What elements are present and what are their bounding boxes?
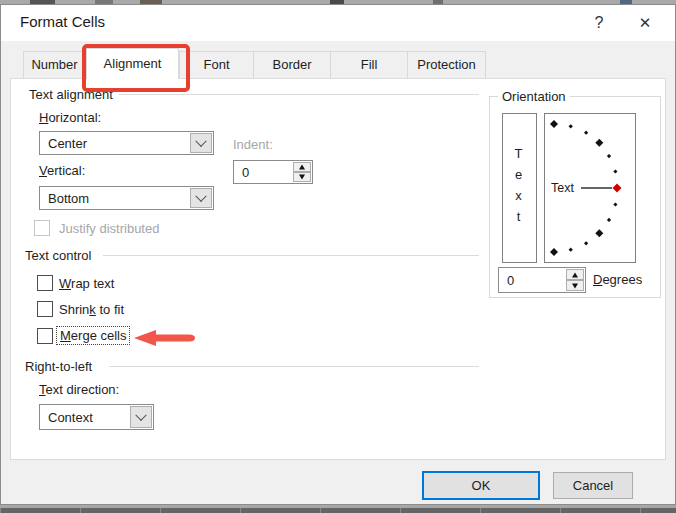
indent-value: 0	[242, 165, 249, 180]
degrees-stepper[interactable]: 0	[498, 267, 586, 293]
dropdown-button[interactable]	[130, 406, 152, 428]
tab-alignment[interactable]: Alignment	[86, 48, 179, 79]
vertical-alignment-select[interactable]: Bottom	[39, 186, 214, 210]
arrow-down-icon	[572, 283, 578, 288]
tab-border[interactable]: Border	[253, 51, 331, 78]
titlebar[interactable]: Format Cells ? ✕	[1, 5, 675, 41]
vertical-label: Vertical:	[39, 163, 85, 178]
merge-cells-checkbox[interactable]	[37, 328, 53, 344]
shrink-to-fit-checkbox[interactable]	[37, 301, 53, 317]
close-icon[interactable]: ✕	[633, 12, 657, 34]
group-label-text-control: Text control	[25, 248, 91, 263]
horizontal-alignment-select[interactable]: Center	[39, 131, 214, 155]
group-divider	[103, 255, 479, 256]
cancel-button[interactable]: Cancel	[553, 472, 633, 499]
text-direction-select[interactable]: Context	[39, 404, 154, 430]
annotation-arrow-icon	[133, 329, 197, 347]
alignment-tab-panel: Text alignment Horizontal: Center Indent…	[10, 78, 666, 460]
justify-distributed-label: Justify distributed	[59, 221, 159, 236]
dial-selected-marker	[613, 184, 622, 193]
merge-cells-label: Merge cells	[56, 326, 130, 345]
arrow-down-icon	[299, 175, 305, 180]
stepper-up-button[interactable]	[566, 269, 584, 280]
stepper-up-button[interactable]	[293, 162, 311, 172]
group-divider	[119, 94, 479, 95]
wrap-text-label: Wrap text	[59, 276, 114, 291]
group-label-right-to-left: Right-to-left	[25, 359, 92, 374]
justify-distributed-checkbox	[34, 220, 50, 236]
background-window-edge-bottom	[0, 505, 676, 513]
stepper-down-button[interactable]	[566, 280, 584, 291]
chevron-down-icon	[195, 136, 206, 147]
dropdown-button[interactable]	[190, 133, 212, 153]
screenshot-root: Format Cells ? ✕ Number Alignment Font B…	[0, 0, 676, 513]
indent-label: Indent:	[233, 137, 273, 152]
window-title: Format Cells	[20, 13, 105, 30]
group-label-orientation: Orientation	[498, 89, 570, 104]
arrow-up-icon	[572, 272, 578, 277]
tab-protection[interactable]: Protection	[407, 51, 486, 78]
text-direction-value: Context	[48, 410, 93, 425]
vertical-alignment-value: Bottom	[48, 191, 89, 206]
group-label-text-alignment: Text alignment	[29, 87, 113, 102]
degrees-value: 0	[507, 273, 514, 288]
chevron-down-icon	[195, 191, 206, 202]
tab-number[interactable]: Number	[23, 51, 86, 78]
text-direction-label: Text direction:	[39, 382, 119, 397]
shrink-to-fit-label: Shrink to fit	[59, 302, 124, 317]
horizontal-label: Horizontal:	[39, 110, 101, 125]
tab-font[interactable]: Font	[179, 51, 254, 78]
help-icon[interactable]: ?	[587, 12, 611, 34]
format-cells-dialog: Format Cells ? ✕ Number Alignment Font B…	[0, 4, 676, 505]
degrees-label: Degrees	[593, 272, 642, 287]
wrap-text-checkbox[interactable]	[37, 275, 53, 291]
ok-button[interactable]: OK	[422, 471, 540, 500]
orientation-dial[interactable]: Text	[544, 113, 636, 263]
rotated-text-preview: Text	[551, 181, 574, 195]
tab-fill[interactable]: Fill	[330, 51, 408, 78]
arrow-up-icon	[299, 165, 305, 170]
horizontal-alignment-value: Center	[48, 136, 87, 151]
stepper-down-button[interactable]	[293, 172, 311, 182]
vertical-text-preview[interactable]: Text	[502, 113, 537, 263]
indent-stepper[interactable]: 0	[233, 160, 313, 184]
dropdown-button[interactable]	[190, 188, 212, 208]
chevron-down-icon	[135, 410, 146, 421]
group-divider	[109, 366, 479, 367]
